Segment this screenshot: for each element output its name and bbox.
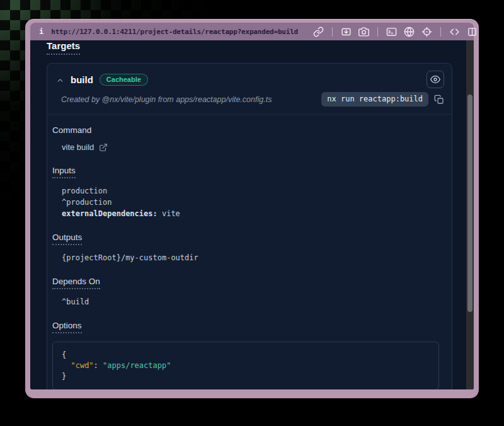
toolbar-separator <box>332 27 333 37</box>
split-view-icon[interactable] <box>467 26 478 37</box>
source-code-icon[interactable] <box>449 26 460 37</box>
json-key-cwd: "cwd" <box>71 361 93 370</box>
info-icon: i <box>39 27 43 36</box>
inputs-section: Inputs production ^production externalDe… <box>52 164 439 219</box>
output-item: {projectRoot}/my-custom-outdir <box>62 252 439 263</box>
build-card-header[interactable]: build Cacheable <box>47 64 452 89</box>
command-value-row: vite build <box>62 142 439 153</box>
options-heading[interactable]: Options <box>52 321 82 333</box>
browser-window: i http://127.0.0.1:4211/project-details/… <box>25 19 479 398</box>
depends-on-section: Depends On ^build <box>52 275 439 308</box>
external-dependencies-value: vite <box>158 209 180 218</box>
input-item: ^production <box>62 197 439 208</box>
json-line: } <box>62 371 430 382</box>
browser-toolbar: i http://127.0.0.1:4211/project-details/… <box>30 23 474 40</box>
created-by-row: Created by @nx/vite/plugin from apps/rea… <box>47 89 452 115</box>
input-item: production <box>62 185 439 197</box>
toolbar-actions <box>313 26 478 37</box>
json-colon: : <box>94 361 103 370</box>
target-card-build: build Cacheable Created by @nx/vite/plug… <box>47 63 452 389</box>
outputs-section: Outputs {projectRoot}/my-custom-outdir <box>52 231 439 263</box>
page-viewport: Targets build Cacheable Created by @nx/v… <box>30 40 474 389</box>
link-icon[interactable] <box>313 26 324 37</box>
globe-icon[interactable] <box>404 26 415 37</box>
created-by-text: Created by @nx/vite/plugin from apps/rea… <box>61 95 272 104</box>
depends-on-heading[interactable]: Depends On <box>52 277 100 289</box>
toolbar-separator <box>377 27 378 37</box>
external-dependencies-key: externalDependencies: <box>62 209 158 218</box>
chevron-up-icon[interactable] <box>56 76 64 84</box>
page-title[interactable]: Targets <box>47 40 80 55</box>
outputs-heading[interactable]: Outputs <box>52 233 82 245</box>
cacheable-badge: Cacheable <box>100 74 148 86</box>
camera-icon[interactable] <box>358 26 369 37</box>
view-target-graph-button[interactable] <box>427 71 444 88</box>
json-value-cwd: "apps/reactapp" <box>103 361 171 370</box>
pick-locator-icon[interactable] <box>421 26 432 37</box>
command-value: vite build <box>62 142 94 153</box>
input-item: externalDependencies: vite <box>62 208 439 219</box>
project-details-content: Targets build Cacheable Created by @nx/v… <box>30 40 474 389</box>
json-line: { <box>62 350 430 360</box>
screenshot-save-icon[interactable] <box>341 26 352 37</box>
inputs-heading[interactable]: Inputs <box>52 166 76 178</box>
json-line: "cwd": "apps/reactapp" <box>62 360 430 371</box>
copy-icon[interactable] <box>434 95 444 105</box>
terminal-icon[interactable] <box>386 26 397 37</box>
depends-on-item: ^build <box>62 296 439 308</box>
target-name: build <box>71 74 93 85</box>
run-command-chip: nx run reactapp:build <box>321 92 428 106</box>
build-card-body: Command vite build Inputs <box>47 115 452 389</box>
run-command-group: nx run reactapp:build <box>321 92 444 106</box>
options-json-box: { "cwd": "apps/reactapp" } <box>52 342 439 389</box>
external-link-icon[interactable] <box>99 143 108 152</box>
address-bar[interactable]: http://127.0.0.1:4211/project-details/re… <box>51 28 298 36</box>
scrollbar-thumb[interactable] <box>467 95 472 312</box>
scrollbar-track[interactable] <box>466 40 474 389</box>
toolbar-separator <box>440 27 441 37</box>
command-section: Command vite build <box>52 124 439 153</box>
options-section: Options { "cwd": "apps/reactapp" } <box>52 320 439 389</box>
command-heading: Command <box>52 125 91 135</box>
